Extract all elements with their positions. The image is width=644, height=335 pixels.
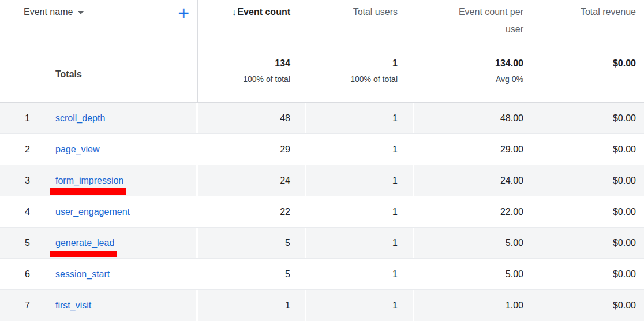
event-name-text: session_start	[55, 269, 110, 279]
total-revenue-header-label: Total revenue	[581, 7, 636, 17]
totals-total-users-cell: 1 100% of total	[306, 52, 414, 102]
total-users-cell: 1	[306, 290, 414, 321]
event-name-link[interactable]: user_engagement	[55, 205, 130, 219]
totals-event-count-note: 100% of total	[243, 73, 290, 85]
row-number: 3	[25, 176, 55, 186]
totals-label: Totals	[55, 69, 82, 80]
totals-total-revenue: $0.00	[613, 57, 636, 70]
red-underline-annotation	[50, 188, 126, 195]
event-count-cell: 48	[198, 103, 306, 133]
table-body: 1 scroll_depth 48 1 48.00 $0.00 2 page_v…	[0, 103, 644, 321]
row-number: 4	[25, 207, 55, 217]
event-count-per-user-value: 5.00	[506, 269, 523, 280]
event-name-link[interactable]: session_start	[55, 267, 110, 281]
event-count-per-user-value: 22.00	[500, 207, 523, 217]
total-revenue-cell: $0.00	[533, 228, 644, 258]
event-count-per-user-cell: 5.00	[414, 259, 533, 289]
table-row: 3 form_impression 24 1 24.00 $0.00	[0, 165, 644, 196]
total-revenue-cell: $0.00	[533, 290, 644, 321]
event-name-cell: 1 scroll_depth	[0, 103, 198, 133]
table-row: 2 page_view 29 1 29.00 $0.00	[0, 134, 644, 165]
total-revenue-value: $0.00	[613, 113, 636, 124]
total-users-value: 1	[392, 113, 398, 124]
event-name-column-header: Event name +	[0, 0, 198, 52]
event-name-cell: 2 page_view	[0, 134, 198, 165]
event-name-cell: 7 first_visit	[0, 290, 198, 321]
event-count-value: 24	[280, 176, 290, 186]
event-count-value: 29	[280, 144, 290, 155]
caret-down-icon	[78, 11, 84, 14]
event-count-per-user-value: 24.00	[500, 176, 523, 186]
row-number: 5	[25, 238, 55, 248]
event-name-link[interactable]: first_visit	[55, 299, 91, 312]
event-count-value: 1	[285, 300, 290, 311]
total-users-value: 1	[392, 269, 398, 280]
table-header-row: Event name + ↓Event count Total users Ev…	[0, 0, 644, 52]
total-revenue-cell: $0.00	[533, 259, 644, 289]
totals-event-count-per-user-note: Avg 0%	[496, 73, 523, 85]
event-count-cell: 22	[198, 196, 306, 227]
totals-total-users: 1	[392, 57, 398, 70]
column-header-event-count[interactable]: ↓Event count	[198, 0, 306, 52]
totals-total-users-note: 100% of total	[350, 73, 398, 85]
total-users-header-label: Total users	[353, 7, 398, 17]
total-revenue-value: $0.00	[613, 176, 636, 186]
total-users-cell: 1	[306, 165, 414, 196]
table-row: 6 session_start 5 1 5.00 $0.00	[0, 259, 644, 290]
event-count-per-user-cell: 22.00	[414, 196, 533, 227]
event-name-text: scroll_depth	[55, 113, 105, 123]
event-name-link[interactable]: page_view	[55, 143, 100, 157]
event-name-cell: 6 session_start	[0, 259, 198, 289]
total-revenue-value: $0.00	[613, 300, 636, 311]
event-count-value: 22	[280, 207, 290, 217]
total-users-cell: 1	[306, 196, 414, 227]
event-count-cell: 5	[198, 228, 306, 258]
total-users-cell: 1	[306, 103, 414, 133]
event-count-per-user-header-label: Event count per user	[447, 3, 523, 38]
total-revenue-value: $0.00	[613, 238, 636, 248]
totals-event-count-per-user-cell: 134.00 Avg 0%	[414, 52, 533, 102]
total-users-value: 1	[392, 207, 398, 217]
event-count-per-user-cell: 1.00	[414, 290, 533, 321]
event-name-header-label: Event name	[24, 3, 73, 21]
row-number: 1	[25, 113, 55, 124]
event-count-per-user-value: 29.00	[500, 144, 523, 155]
column-header-event-count-per-user[interactable]: Event count per user	[414, 0, 533, 52]
event-name-text: form_impression	[55, 176, 123, 185]
totals-label-cell: Totals	[0, 52, 198, 102]
event-name-dimension-selector[interactable]: Event name	[24, 3, 84, 21]
column-header-total-revenue[interactable]: Total revenue	[533, 0, 644, 52]
event-name-text: page_view	[55, 144, 100, 154]
table-row: 7 first_visit 1 1 1.00 $0.00	[0, 290, 644, 321]
total-users-value: 1	[392, 176, 398, 186]
add-column-plus-icon[interactable]: +	[178, 1, 189, 24]
event-count-value: 5	[285, 238, 290, 248]
event-count-per-user-value: 48.00	[500, 113, 523, 124]
event-name-cell: 5 generate_lead	[0, 228, 198, 258]
red-underline-annotation	[50, 251, 117, 257]
event-name-text: user_engagement	[55, 207, 130, 217]
column-header-total-users[interactable]: Total users	[306, 0, 414, 52]
event-count-value: 48	[280, 113, 290, 124]
event-count-per-user-value: 1.00	[506, 300, 523, 311]
total-users-value: 1	[392, 144, 398, 155]
event-count-per-user-cell: 48.00	[414, 103, 533, 133]
event-count-per-user-cell: 29.00	[414, 134, 533, 165]
event-count-header-label: Event count	[237, 7, 290, 17]
total-users-cell: 1	[306, 259, 414, 289]
total-revenue-value: $0.00	[613, 207, 636, 217]
row-number: 6	[25, 269, 55, 280]
event-name-link[interactable]: form_impression	[55, 174, 123, 188]
event-name-link[interactable]: generate_lead	[55, 236, 114, 250]
total-users-cell: 1	[306, 228, 414, 258]
total-users-value: 1	[392, 300, 398, 311]
totals-total-revenue-cell: $0.00	[533, 52, 644, 102]
totals-event-count-per-user: 134.00	[495, 57, 523, 70]
sort-descending-icon: ↓	[231, 7, 236, 17]
totals-event-count: 134	[275, 57, 290, 70]
total-revenue-cell: $0.00	[533, 196, 644, 227]
total-revenue-value: $0.00	[613, 269, 636, 280]
event-count-per-user-cell: 24.00	[414, 165, 533, 196]
event-name-link[interactable]: scroll_depth	[55, 111, 105, 125]
event-count-cell: 29	[198, 134, 306, 165]
